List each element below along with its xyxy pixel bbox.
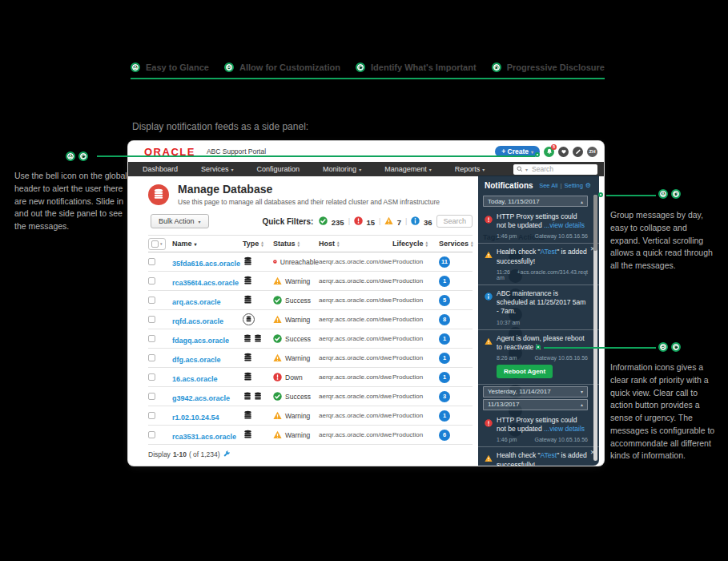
nav-item-configuration[interactable]: Configuration [257,165,300,173]
sort-desc-icon[interactable]: ▾ [195,241,197,247]
nav-item-management[interactable]: Management▾ [384,165,432,173]
sort-icon[interactable]: ▴▾ [471,240,473,247]
db-name-link[interactable]: 16.acs.oracle [172,375,218,383]
row-checkbox-cell [148,412,172,419]
column-header-type[interactable]: Type▴▾ [243,240,273,248]
notification-group-header[interactable]: Yesterday, 11/14/2017▾ [483,386,588,398]
services-count-badge[interactable]: 5 [439,295,450,306]
type-cell [243,372,273,382]
db-name-link[interactable]: fdagq.acs.oracle [172,337,229,345]
services-count-badge[interactable]: 11 [439,256,450,268]
search-input[interactable] [530,164,586,174]
lifecycle-cell: Production [392,393,439,400]
legend-item: DProgressive Disclosure [492,63,605,72]
row-checkbox[interactable] [148,373,155,381]
nav-item-services[interactable]: Services▾ [201,165,234,173]
bell-icon[interactable]: 5 [544,147,554,157]
row-checkbox[interactable] [148,297,155,304]
nav-item-monitoring[interactable]: Monitoring▾ [323,165,361,173]
quick-filter-down[interactable]: 15 [354,214,375,228]
settings-link[interactable]: Setting [564,182,582,189]
message-link[interactable]: ...view details [544,425,585,433]
panel-scrollbar[interactable] [593,195,597,461]
type-cell [243,276,273,286]
db-name-link[interactable]: arq.acs.oracle [172,298,221,306]
message-link[interactable]: ...view details [544,221,585,229]
nav-item-reports[interactable]: Reports▾ [455,165,485,173]
sort-icon[interactable]: ▴▾ [261,240,263,247]
row-checkbox[interactable] [148,335,155,342]
down-icon [273,373,282,381]
search-box[interactable]: ▾ [513,164,597,175]
warning-icon [273,411,282,420]
quick-filter-info[interactable]: 36 [411,214,432,228]
sort-icon[interactable]: ▴▾ [426,240,428,247]
db-name-link[interactable]: r1.02.10.24.54 [172,414,219,422]
message-link[interactable]: ATest [541,451,557,459]
db-name-cell: g3942.acs.oracle [172,389,243,404]
row-checkbox-cell [148,431,172,438]
scrollbar-thumb[interactable] [593,195,597,251]
services-count-badge[interactable]: 1 [439,333,450,345]
search-icon [517,166,523,172]
message-link[interactable]: ATest [541,248,557,256]
error-icon [485,216,493,224]
services-count-badge[interactable]: 6 [439,430,450,441]
table-footer: Display1-10( of 1,234) [148,450,478,458]
select-all-checkbox[interactable]: ▾ [148,238,166,250]
wrench-icon[interactable] [223,450,231,458]
row-checkbox[interactable] [148,258,155,265]
nav-item-dashboard[interactable]: Dashboard [143,165,178,173]
collapse-caret-icon[interactable]: ▴ [581,199,583,204]
table-search-button[interactable]: Search [436,215,473,228]
db-name-link[interactable]: g3942.acs.oracle [172,394,230,402]
services-count-badge[interactable]: 1 [439,410,450,422]
gear-icon[interactable]: ⚙ [585,182,591,189]
table-row: 35fda616.acs.oracleUnreachableaerqr.acs.… [148,252,473,272]
avatar[interactable]: ZH [587,147,597,157]
collapse-caret-icon[interactable]: ▴ [581,402,583,407]
annotation-right-top-line [606,195,656,196]
warning-icon [273,430,282,439]
search-scope-caret[interactable]: ▾ [525,167,528,172]
see-all-link[interactable]: See All [539,182,557,189]
row-checkbox[interactable] [148,412,155,419]
db-name-link[interactable]: dfg.acs.oracle [172,356,221,364]
chevron-down-icon: ▾ [231,167,234,172]
row-checkbox[interactable] [148,431,155,438]
favorites-icon[interactable] [558,147,569,157]
services-count-badge[interactable]: 1 [439,353,450,364]
lifecycle-cell: Production [392,297,439,304]
quick-filter-warning[interactable]: 7 [384,214,401,228]
host-cell: aerqr.acs.oracle.com/dwe [319,316,392,323]
db-name-link[interactable]: rca356t4.acs.oracle [172,279,239,287]
services-count-badge[interactable]: 1 [439,276,450,287]
column-header-lifecycle[interactable]: Lifecycle▴▾ [392,240,439,248]
quick-filter-success[interactable]: 235 [319,214,344,228]
column-header-name[interactable]: Name▾ [172,240,243,248]
message-time: 1:46 pm [497,233,517,239]
db-name-link[interactable]: rqfd.acs.oracle [172,317,223,325]
edit-icon[interactable] [573,147,583,157]
bulk-action-button[interactable]: Bulk Action▾ [151,214,209,228]
row-checkbox[interactable] [148,354,155,361]
db-name-link[interactable]: rca3531.acs.oracle [172,433,236,441]
db-name-cell: rca356t4.acs.oracle [172,274,243,289]
services-count-badge[interactable]: 1 [439,372,450,383]
column-header-host[interactable]: Host▴▾ [319,240,392,248]
legend-rule [131,78,605,79]
row-checkbox[interactable] [148,316,155,323]
notification-group-header[interactable]: 11/13/2017▴ [483,399,588,410]
services-count-badge[interactable]: 3 [439,391,450,402]
expand-caret-icon[interactable]: ▾ [581,389,583,394]
column-header-status[interactable]: Status▴▾ [273,240,319,248]
row-checkbox[interactable] [148,277,155,285]
row-checkbox[interactable] [148,393,155,400]
column-header-services[interactable]: Services▴▾ [439,240,473,248]
sort-icon[interactable]: ▴▾ [337,240,340,247]
sort-icon[interactable]: ▴▾ [298,240,300,247]
notification-group-header[interactable]: Today, 11/15/2017▴ [483,196,588,207]
db-name-link[interactable]: 35fda616.acs.oracle [172,260,240,268]
reboot-agent-button[interactable]: Reboot Agent [497,365,553,378]
services-count-badge[interactable]: 8 [439,314,450,325]
